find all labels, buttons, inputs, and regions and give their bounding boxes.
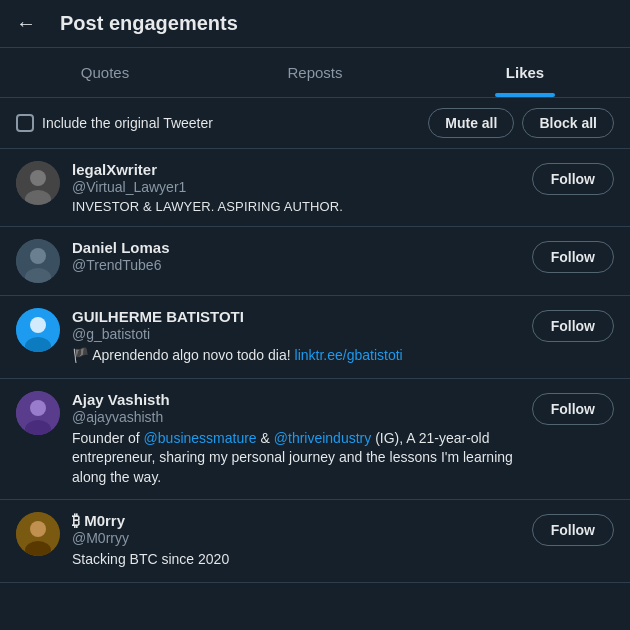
tabs-bar: Quotes Reposts Likes [0,48,630,98]
user-name: GUILHERME BATISTOTI [72,308,520,325]
svg-point-13 [30,521,46,537]
follow-button[interactable]: Follow [532,163,614,195]
user-bio: 🏴 Aprendendo algo novo todo dia! linktr.… [72,346,520,366]
filter-bar: Include the original Tweeter Mute all Bl… [0,98,630,149]
flag-icon: 🏴 [72,347,92,363]
back-button[interactable]: ← [16,12,36,35]
user-info: Ajay Vashisth @ajayvashisth Founder of @… [72,391,520,488]
user-name: legalXwriter [72,161,520,178]
avatar [16,308,60,352]
include-tweeter-label: Include the original Tweeter [42,115,213,131]
list-item: Daniel Lomas @TrendTube6 Follow [0,227,630,296]
user-bio: INVESTOR & LAWYER. ASPIRING AUTHOR. [72,199,520,214]
user-handle: @Virtual_Lawyer1 [72,179,520,195]
user-bio: Stacking BTC since 2020 [72,550,520,570]
tab-reposts[interactable]: Reposts [210,48,420,97]
mention-thriveindustry[interactable]: @thriveindustry [274,430,371,446]
follow-button[interactable]: Follow [532,393,614,425]
svg-point-10 [30,400,46,416]
header: ← Post engagements [0,0,630,48]
follow-button[interactable]: Follow [532,241,614,273]
include-tweeter-checkbox[interactable] [16,114,34,132]
avatar [16,239,60,283]
bio-link[interactable]: linktr.ee/gbatistoti [295,347,403,363]
user-info: legalXwriter @Virtual_Lawyer1 INVESTOR &… [72,161,520,214]
user-handle: @TrendTube6 [72,257,520,273]
list-item: GUILHERME BATISTOTI @g_batistoti 🏴 Apren… [0,296,630,379]
list-item: ₿ M0rry @M0rryy Stacking BTC since 2020 … [0,500,630,583]
mention-businessmature[interactable]: @businessmature [144,430,257,446]
user-name: Daniel Lomas [72,239,520,256]
user-name: ₿ M0rry [72,512,520,529]
follow-button[interactable]: Follow [532,514,614,546]
svg-point-1 [30,170,46,186]
list-item: legalXwriter @Virtual_Lawyer1 INVESTOR &… [0,149,630,227]
user-info: GUILHERME BATISTOTI @g_batistoti 🏴 Apren… [72,308,520,366]
page-title: Post engagements [60,12,238,35]
svg-point-7 [30,317,46,333]
include-tweeter-checkbox-wrapper[interactable]: Include the original Tweeter [16,114,213,132]
mute-all-button[interactable]: Mute all [428,108,514,138]
user-name: Ajay Vashisth [72,391,520,408]
block-all-button[interactable]: Block all [522,108,614,138]
tab-likes[interactable]: Likes [420,48,630,97]
user-handle: @g_batistoti [72,326,520,342]
user-handle: @ajayvashisth [72,409,520,425]
user-info: ₿ M0rry @M0rryy Stacking BTC since 2020 [72,512,520,570]
follow-button[interactable]: Follow [532,310,614,342]
user-handle: @M0rryy [72,530,520,546]
avatar [16,512,60,556]
avatar [16,161,60,205]
user-bio: Founder of @businessmature & @thriveindu… [72,429,520,488]
user-list: legalXwriter @Virtual_Lawyer1 INVESTOR &… [0,149,630,583]
list-item: Ajay Vashisth @ajayvashisth Founder of @… [0,379,630,501]
filter-buttons: Mute all Block all [428,108,614,138]
svg-point-4 [30,248,46,264]
tab-quotes[interactable]: Quotes [0,48,210,97]
avatar [16,391,60,435]
user-info: Daniel Lomas @TrendTube6 [72,239,520,273]
